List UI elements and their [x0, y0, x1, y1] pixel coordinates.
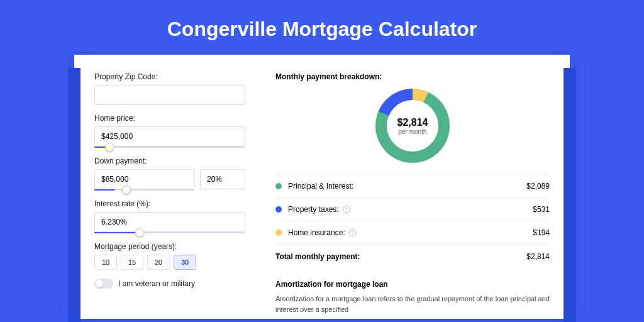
period-buttons: 10 15 20 30: [94, 255, 245, 270]
home-price-slider[interactable]: [94, 147, 245, 148]
period-btn-10[interactable]: 10: [94, 255, 117, 270]
legend-row-principal: Principal & Interest: $2,089: [275, 175, 550, 198]
home-price-input[interactable]: [94, 126, 245, 147]
period-btn-30[interactable]: 30: [174, 255, 196, 270]
legend-label-text: Property taxes:: [288, 205, 339, 214]
down-payment-pct-input[interactable]: [200, 169, 245, 189]
period-btn-20[interactable]: 20: [147, 255, 170, 270]
legend-label-text: Home insurance:: [288, 228, 345, 237]
breakdown-title: Monthly payment breakdown:: [275, 72, 550, 81]
interest-slider[interactable]: [94, 232, 245, 233]
breakdown-panel: Monthly payment breakdown: $2,814 per mo…: [275, 72, 550, 319]
donut-sublabel: per month: [398, 128, 426, 135]
zip-input[interactable]: [94, 85, 245, 105]
period-btn-15[interactable]: 15: [121, 255, 143, 270]
period-label: Mortgage period (years):: [94, 242, 245, 251]
legend-value: $531: [533, 205, 550, 214]
info-icon[interactable]: ?: [343, 206, 350, 213]
amort-title: Amortization for mortgage loan: [275, 280, 550, 289]
calculator-card: Property Zip Code: Home price: Down paym…: [74, 55, 570, 319]
donut-value: $2,814: [397, 117, 428, 128]
veteran-label: I am veteran or military: [118, 279, 195, 288]
interest-input[interactable]: [94, 212, 245, 232]
home-price-label: Home price:: [94, 114, 245, 123]
total-label: Total monthly payment:: [275, 252, 526, 261]
legend-row-insurance: Home insurance:? $194: [275, 221, 550, 245]
dot-icon: [275, 230, 282, 236]
amort-text: Amortization for a mortgage loan refers …: [275, 294, 550, 314]
legend-value: $2,089: [526, 182, 550, 191]
legend-row-total: Total monthly payment: $2,814: [275, 245, 550, 269]
legend-value: $194: [533, 228, 550, 237]
legend-row-taxes: Property taxes:? $531: [275, 198, 550, 221]
interest-label: Interest rate (%):: [94, 199, 245, 208]
zip-label: Property Zip Code:: [94, 72, 245, 81]
donut-chart: $2,814 per month: [375, 89, 450, 163]
legend-label-text: Principal & Interest:: [288, 182, 353, 191]
down-payment-input[interactable]: [94, 169, 195, 189]
veteran-toggle[interactable]: [94, 279, 113, 289]
form-panel: Property Zip Code: Home price: Down paym…: [94, 72, 245, 319]
down-payment-label: Down payment:: [94, 157, 245, 165]
dot-icon: [275, 183, 282, 189]
dot-icon: [275, 206, 282, 213]
info-icon[interactable]: ?: [349, 229, 357, 236]
page-title: Congerville Mortgage Calculator: [0, 0, 644, 55]
down-payment-slider[interactable]: [94, 189, 194, 191]
total-value: $2,814: [526, 252, 550, 261]
